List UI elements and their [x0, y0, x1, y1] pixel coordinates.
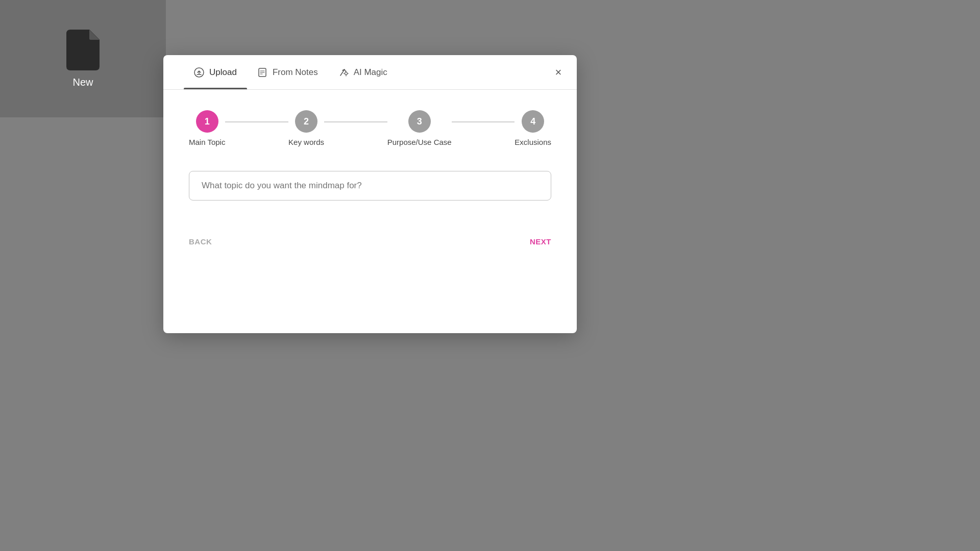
topic-input-container	[189, 171, 551, 201]
connector-3-4	[452, 121, 515, 122]
next-button[interactable]: NEXT	[530, 237, 551, 246]
modal-dialog: Upload From Notes AI Magic ×	[163, 55, 577, 333]
step-1-label: Main Topic	[189, 138, 225, 146]
step-4-circle: 4	[522, 110, 544, 133]
new-file-icon[interactable]	[66, 30, 100, 70]
notes-icon	[257, 67, 267, 78]
connector-2-3	[324, 121, 387, 122]
magic-icon	[338, 67, 349, 78]
upload-icon	[194, 67, 204, 78]
tab-upload-label: Upload	[209, 67, 237, 78]
svg-point-2	[345, 72, 347, 74]
tab-ai-magic[interactable]: AI Magic	[328, 55, 398, 89]
close-button[interactable]: ×	[550, 64, 567, 81]
tab-upload[interactable]: Upload	[184, 55, 247, 89]
background-panel: New	[0, 0, 166, 117]
step-4: 4 Exclusions	[514, 110, 551, 146]
step-2-circle: 2	[295, 110, 317, 133]
step-3-circle: 3	[408, 110, 431, 133]
topic-input[interactable]	[202, 181, 538, 191]
modal-footer: BACK NEXT	[163, 237, 577, 246]
new-label: New	[72, 77, 93, 88]
back-button[interactable]: BACK	[189, 237, 212, 246]
modal-body: 1 Main Topic 2 Key words 3 Purpose/Use C…	[163, 90, 577, 237]
stepper: 1 Main Topic 2 Key words 3 Purpose/Use C…	[189, 110, 551, 146]
tab-ai-magic-label: AI Magic	[354, 67, 387, 78]
tab-from-notes[interactable]: From Notes	[247, 55, 328, 89]
step-1-circle: 1	[196, 110, 218, 133]
connector-1-2	[225, 121, 288, 122]
step-2: 2 Key words	[288, 110, 324, 146]
tab-from-notes-label: From Notes	[273, 67, 318, 78]
step-4-label: Exclusions	[514, 138, 551, 146]
step-1: 1 Main Topic	[189, 110, 225, 146]
modal-tabs: Upload From Notes AI Magic ×	[163, 55, 577, 90]
step-3-label: Purpose/Use Case	[387, 138, 452, 146]
step-2-label: Key words	[288, 138, 324, 146]
step-3: 3 Purpose/Use Case	[387, 110, 452, 146]
